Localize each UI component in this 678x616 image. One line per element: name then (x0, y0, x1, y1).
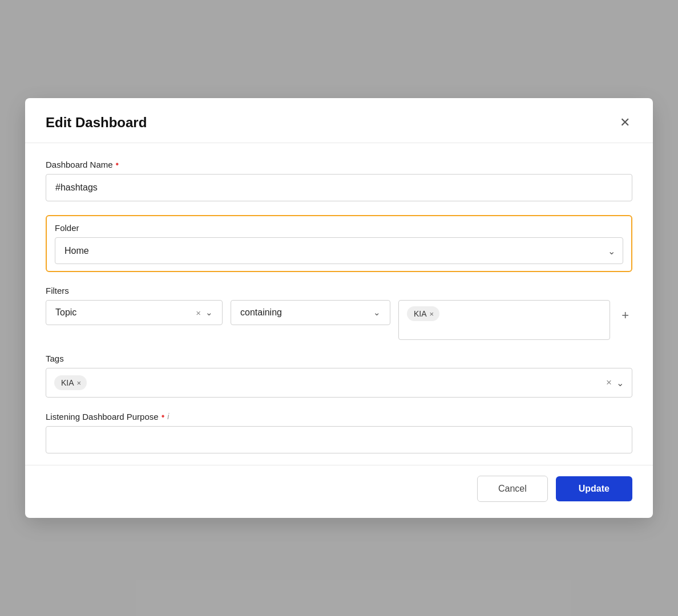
listening-purpose-label: Listening Dashboard Purpose • i (46, 411, 632, 422)
update-button[interactable]: Update (556, 476, 632, 501)
filters-label: Filters (46, 286, 632, 295)
topic-filter-controls: × ⌄ (196, 307, 213, 318)
folder-label: Folder (55, 223, 623, 233)
filters-group: Filters Topic × ⌄ containing (46, 286, 632, 340)
containing-filter-label: containing (240, 307, 282, 318)
dashboard-name-group: Dashboard Name • (46, 159, 632, 201)
cancel-button[interactable]: Cancel (477, 476, 548, 502)
required-indicator: • (116, 159, 119, 169)
listening-required-indicator: • (162, 411, 165, 422)
close-button[interactable]: ✕ (618, 114, 632, 131)
info-icon: i (167, 412, 169, 421)
dashboard-name-label: Dashboard Name • (46, 159, 632, 169)
folder-select-wrapper: Home ⌄ (55, 237, 623, 264)
topic-clear-icon[interactable]: × (196, 308, 201, 318)
listening-purpose-input[interactable] (46, 426, 632, 453)
containing-chevron-icon: ⌄ (373, 307, 381, 318)
filter-values-box[interactable]: KIA × (398, 300, 610, 340)
topic-filter-label: Topic (55, 307, 76, 318)
modal-overlay: Edit Dashboard ✕ Dashboard Name • Folder (0, 0, 678, 616)
modal-header: Edit Dashboard ✕ (25, 98, 653, 143)
topic-filter-select[interactable]: Topic × ⌄ (46, 300, 223, 325)
containing-filter-select[interactable]: containing ⌄ (231, 300, 390, 325)
tags-select-box[interactable]: KIA × × ⌄ (46, 368, 632, 398)
add-filter-button[interactable]: + (618, 306, 632, 325)
close-icon: ✕ (620, 116, 630, 129)
kia-tag: KIA × (54, 375, 87, 390)
listening-purpose-group: Listening Dashboard Purpose • i (46, 411, 632, 453)
folder-select[interactable]: Home (55, 237, 623, 264)
tags-select-controls: × ⌄ (606, 377, 624, 388)
kia-filter-tag-label: KIA (414, 309, 427, 318)
modal-body: Dashboard Name • Folder Home ⌄ Filters (25, 143, 653, 465)
folder-group: Folder Home ⌄ (46, 215, 632, 272)
kia-tag-remove[interactable]: × (77, 379, 82, 387)
topic-chevron-icon: ⌄ (205, 307, 213, 318)
modal-footer: Cancel Update (25, 465, 653, 518)
tags-group: Tags KIA × × ⌄ (46, 354, 632, 398)
tags-chevron-icon: ⌄ (616, 378, 624, 388)
kia-tag-label: KIA (61, 378, 74, 387)
modal-title: Edit Dashboard (46, 115, 147, 131)
tags-label: Tags (46, 354, 632, 363)
containing-inner: containing ⌄ (240, 307, 381, 318)
edit-dashboard-modal: Edit Dashboard ✕ Dashboard Name • Folder (25, 98, 653, 518)
filters-row: Topic × ⌄ containing ⌄ (46, 300, 632, 340)
tags-clear-icon[interactable]: × (606, 377, 612, 388)
dashboard-name-input[interactable] (46, 174, 632, 201)
kia-filter-tag: KIA × (407, 306, 439, 321)
kia-filter-tag-remove[interactable]: × (430, 310, 434, 318)
